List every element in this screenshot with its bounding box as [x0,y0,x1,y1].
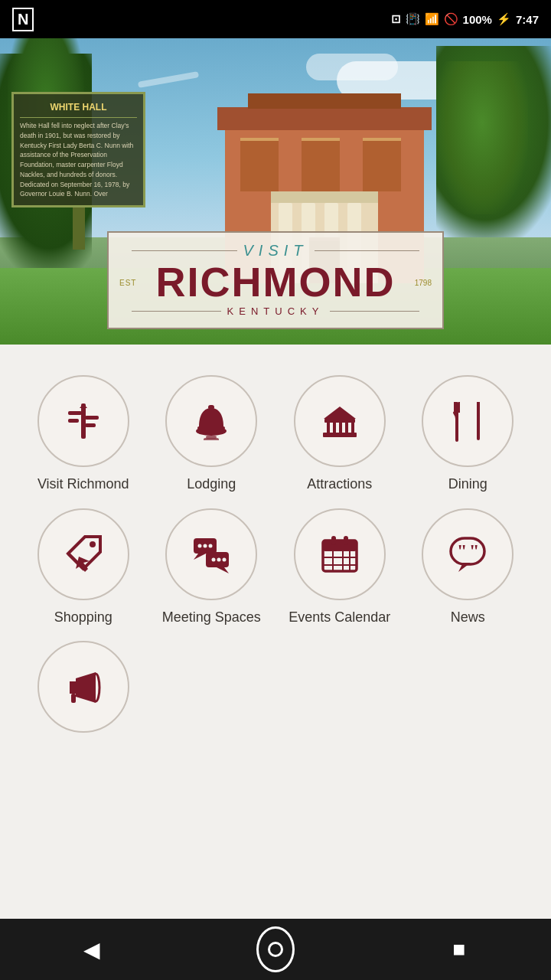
battery-icon: ⚡ [497,12,511,26]
wifi-icon: 📶 [425,12,439,26]
attractions-label: Attractions [307,476,372,493]
meeting-spaces-circle [165,508,257,600]
nfc-icon: ⊡ [391,12,401,26]
svg-rect-25 [458,402,460,413]
status-right: ⊡ 📳 📶 🚫 100% ⚡ 7:47 [391,12,539,26]
menu-item-news[interactable]: " " News [408,508,529,626]
menu-item-shopping[interactable]: Shopping [23,508,144,626]
svg-rect-11 [323,433,357,437]
dining-circle [422,375,514,467]
menu-row-1: Visit Richmond Lodging [0,345,551,508]
logo-year: 1798 [415,279,432,287]
svg-rect-8 [197,426,225,430]
shopping-circle [37,508,129,600]
svg-point-33 [198,544,202,547]
svg-rect-14 [339,422,342,433]
menu-row-3 [0,641,551,834]
svg-rect-15 [345,422,348,433]
status-bar: N ⊡ 📳 📶 🚫 100% ⚡ 7:47 [0,0,551,38]
logo-visit-line: VISIT [132,242,419,260]
announcements-circle [37,641,129,733]
menu-item-lodging[interactable]: Lodging [152,375,272,493]
svg-marker-18 [324,407,356,419]
sign-text: White Hall fell into neglect after Clay'… [20,121,137,199]
svg-point-27 [90,541,96,547]
lodging-label: Lodging [187,476,236,493]
news-circle: " " [422,508,514,600]
hero-section: WHITE HALL White Hall fell into neglect … [0,38,551,345]
events-calendar-label: Events Calendar [289,609,390,626]
app-icon: N [12,8,34,31]
svg-rect-7 [208,405,214,410]
svg-text:": " [469,541,479,560]
logo-visit-text: VISIT [243,242,308,260]
svg-rect-48 [451,538,484,564]
svg-rect-16 [351,422,354,433]
time-display: 7:47 [516,13,539,26]
svg-rect-40 [323,541,357,551]
svg-rect-3 [85,416,99,420]
home-inner-circle [268,942,283,957]
svg-point-37 [217,557,221,561]
menu-row-2: Shopping Meeting Spaces [0,508,551,642]
svg-rect-2 [68,419,79,423]
svg-marker-30 [194,554,206,560]
historic-sign: WHITE HALL White Hall fell into neglect … [11,92,145,250]
menu-item-events-calendar[interactable]: Events Calendar [279,508,400,626]
menu-item-dining[interactable]: Dining [408,375,529,493]
back-icon: ◀ [83,937,100,962]
battery-text: 100% [463,13,492,26]
menu-item-meeting-spaces[interactable]: Meeting Spaces [152,508,272,626]
news-label: News [451,609,485,626]
sign-title: WHITE HALL [20,100,137,118]
svg-text:": " [457,541,467,560]
svg-rect-4 [85,423,96,427]
svg-marker-5 [80,403,87,408]
menu-item-visit-richmond[interactable]: Visit Richmond [23,375,144,493]
logo-est: EST [119,279,136,287]
events-calendar-circle [294,508,386,600]
svg-rect-41 [331,536,336,545]
menu-item-announcements[interactable] [23,641,144,742]
logo-container: EST 1798 VISIT RICHMOND KENTUCKY [107,231,444,329]
square-icon: ■ [453,937,466,962]
signal-blocked-icon: 🚫 [444,12,458,26]
svg-rect-1 [68,411,82,415]
dining-label: Dining [448,476,487,493]
sign-post [73,207,85,250]
status-left: N [12,8,34,31]
svg-rect-12 [327,422,330,433]
logo-kentucky-text: KENTUCKY [227,305,324,317]
svg-rect-0 [81,403,86,439]
logo-richmond-text: RICHMOND [132,261,419,302]
svg-rect-24 [454,402,455,413]
svg-rect-42 [344,536,348,545]
shopping-label: Shopping [54,609,112,626]
cloud-2 [306,54,398,80]
svg-rect-10 [204,438,219,440]
svg-rect-53 [71,694,76,703]
meeting-spaces-label: Meeting Spaces [162,609,261,626]
svg-point-34 [204,544,207,547]
attractions-circle [294,375,386,467]
svg-point-36 [212,557,216,561]
visit-richmond-circle [37,375,129,467]
visit-richmond-label: Visit Richmond [37,476,129,493]
svg-point-38 [223,557,227,561]
logo-kentucky-line: KENTUCKY [132,305,419,317]
home-button[interactable] [256,930,295,969]
vibrate-icon: 📳 [406,12,420,26]
svg-point-35 [209,544,213,547]
svg-marker-32 [217,567,229,573]
menu-item-attractions[interactable]: Attractions [279,375,400,493]
navigation-bar: ◀ ■ [0,919,551,980]
lodging-circle [165,375,257,467]
back-button[interactable]: ◀ [73,930,111,969]
svg-rect-13 [333,422,336,433]
recents-button[interactable]: ■ [440,930,478,969]
svg-rect-17 [324,419,355,423]
home-circle-icon [256,926,295,972]
